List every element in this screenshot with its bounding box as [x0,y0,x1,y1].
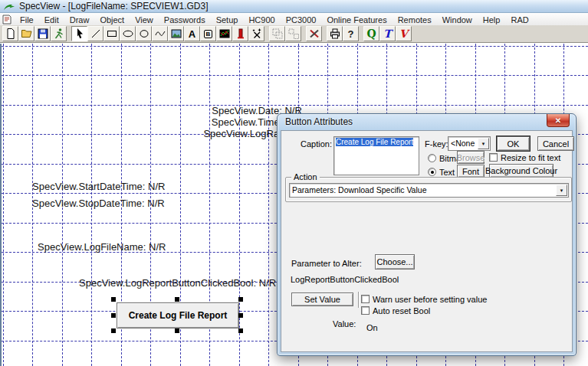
action-select[interactable]: Parameters: Download Specific Value ▼ [289,183,569,198]
window-titlebar: SpecView - [LogFileName: SPECVIEW1.GD3] [0,0,588,13]
polyline-tool-button[interactable] [152,26,168,41]
fkey-value: <None [451,139,475,148]
canvas-label-logfilename[interactable]: SpecView.LogFileName: N/R [38,241,166,253]
tools-button[interactable] [306,26,322,41]
image-icon [170,28,182,40]
recipe-button[interactable] [248,26,264,41]
menu-item-hc900[interactable]: HC900 [243,15,280,25]
menu-item-view[interactable]: View [130,15,159,25]
help-button[interactable]: ? [343,26,359,41]
quick-start-button[interactable]: Q [363,26,379,41]
selection-handle[interactable] [111,328,116,333]
menu-item-object[interactable]: Object [94,15,130,25]
menu-item-pc3000[interactable]: PC3000 [281,15,322,25]
dialog-close-button[interactable]: ✕ [547,114,570,127]
open-button[interactable] [18,26,34,41]
help-icon: ? [348,28,354,40]
image-tool-button[interactable] [168,26,184,41]
warn-user-checkbox[interactable] [361,295,370,303]
bargraph-button[interactable] [232,26,248,41]
selection-handle[interactable] [175,297,179,302]
menu-item-edit[interactable]: Edit [39,15,64,25]
menu-item-file[interactable]: File [15,15,39,25]
printer-icon [329,28,341,40]
mdi-document-icon[interactable] [2,15,12,25]
save-icon [37,28,49,40]
oval-icon [138,28,150,40]
selection-handle[interactable] [238,297,243,302]
tools-icon [308,28,320,40]
canvas-label-logreportbool[interactable]: SpecView.LogReportButtonClickedBool: N/R [79,277,276,289]
button-tool-button[interactable]: B [200,26,216,41]
menu-item-online-features[interactable]: Online Features [321,15,392,25]
save-button[interactable] [34,26,51,41]
line-icon [90,28,102,40]
selection-handle[interactable] [175,328,179,333]
parameter-name-text: LogReportButtonClickedBool [291,275,399,284]
text-radio[interactable] [428,168,436,176]
fkey-dropdown-arrow-icon[interactable]: ▼ [478,138,489,149]
value-text: On [366,323,378,332]
auto-reset-bool-label: Auto reset Bool [373,306,430,315]
menu-item-remotes[interactable]: Remotes [393,15,437,25]
canvas-label-stopdatetime[interactable]: SpecView.StopDateTime: N/R [32,198,165,209]
text-tool-button[interactable]: A [184,26,200,41]
selection-handle[interactable] [111,297,116,302]
selection-handle[interactable] [238,328,243,333]
selection-handle[interactable] [238,313,243,318]
new-button[interactable] [2,26,18,41]
menu-item-passwords[interactable]: Passwords [159,15,211,25]
fkey-select[interactable]: <None ▼ [448,136,491,151]
menubar: FileEditDrawObjectViewPasswordsSetupHC90… [0,14,588,25]
menu-item-draw[interactable]: Draw [64,15,95,25]
ok-button[interactable]: OK [497,136,530,151]
caption-input[interactable]: Create Log File Report [333,136,419,175]
ellipse-tool-button[interactable] [120,26,136,41]
bitmap-radio[interactable] [428,154,436,162]
choose-button[interactable]: Choose... [375,254,415,270]
recipe-icon [251,28,263,40]
parameter-to-alter-label: Parameter to Alter: [291,259,362,268]
menu-item-window[interactable]: Window [437,15,478,25]
browse-button: Browse [457,151,485,164]
runtime-button[interactable] [51,26,67,41]
button-attributes-dialog: Button Attributes ✕ Caption: Create Log … [277,113,577,356]
pointer-icon [74,28,86,40]
ungroup-button[interactable] [285,26,301,41]
canvas-label-startdatetime[interactable]: SpecView.StartDateTime: N/R [32,181,165,192]
bargraph-icon [235,28,247,40]
menu-item-rad[interactable]: RAD [505,15,534,25]
value-label: Value: [333,319,356,328]
menu-item-setup[interactable]: Setup [211,15,244,25]
trend-chart-button[interactable] [216,26,232,41]
action-group-label: Action [291,172,320,181]
print-button[interactable] [327,26,343,41]
canvas-create-log-file-report-button[interactable]: Create Log File Report [117,302,239,328]
menu-item-help[interactable]: Help [478,15,506,25]
auto-reset-bool-checkbox[interactable] [361,306,370,315]
oval-tool-button[interactable] [136,26,152,41]
cancel-button[interactable]: Cancel [537,136,574,151]
variable-v-button[interactable]: V [396,26,412,41]
grid-line [268,44,269,366]
font-button[interactable]: Font [457,165,485,178]
resize-to-fit-checkbox[interactable] [489,153,498,162]
grid-line [2,75,588,76]
v-icon: V [399,28,408,40]
group-button[interactable] [269,26,285,41]
line-tool-button[interactable] [87,26,103,41]
background-colour-button[interactable]: Background Colour [489,164,554,178]
caption-selected-text: Create Log File Report [336,138,413,146]
selection-handle[interactable] [111,313,116,318]
q-icon: Q [366,28,376,40]
set-value-button[interactable]: Set Value [291,292,353,306]
action-dropdown-arrow-icon[interactable]: ▼ [556,185,567,196]
action-groupbox: Action Parameters: Download Specific Val… [285,177,572,202]
rectangle-tool-button[interactable] [103,26,120,41]
fkey-label: F-key: [425,139,448,149]
pointer-tool-button[interactable] [71,26,87,41]
ellipse-icon [122,28,134,40]
ungroup-icon [287,28,300,40]
trend-t-button[interactable]: T [379,26,396,41]
t-icon: T [383,28,391,40]
